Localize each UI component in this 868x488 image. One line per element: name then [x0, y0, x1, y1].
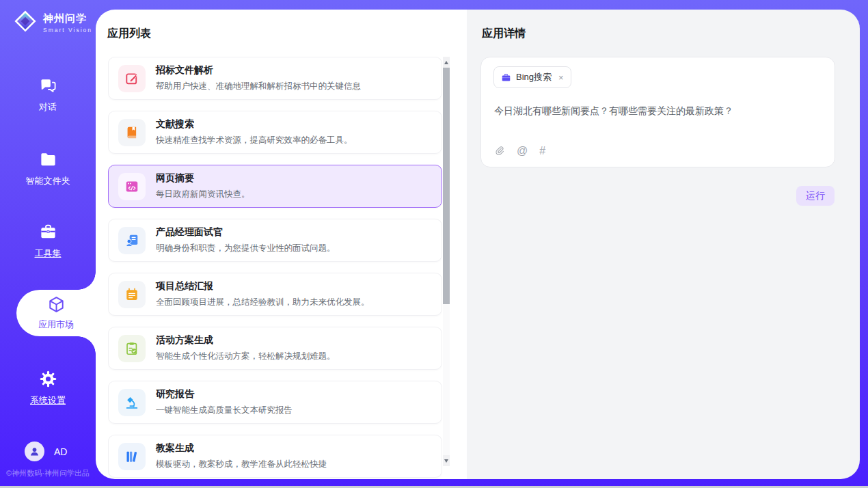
app-card-title: 产品经理面试官 [156, 226, 336, 239]
app-list-panel: 应用列表 招标文件解析 帮助用户快速、准确地理解和解析招标书中的关键信息 文献搜… [96, 10, 467, 479]
app-detail-panel: 应用详情 Bing搜索 × 今日湖北有哪些新闻要点？有哪些需要关注的最新政策？ … [467, 10, 860, 479]
prompt-text[interactable]: 今日湖北有哪些新闻要点？有哪些需要关注的最新政策？ [494, 104, 822, 118]
triangle-up-icon [444, 61, 448, 64]
run-button[interactable]: 运行 [796, 186, 835, 206]
sidebar-item-gear[interactable]: 系统设置 [0, 370, 96, 407]
scrollbar[interactable] [443, 57, 450, 466]
app-card[interactable]: 网页摘要 每日政府新闻资讯快查。 [108, 165, 442, 208]
app-title: 神州问学 [43, 12, 92, 25]
content-area: 应用列表 招标文件解析 帮助用户快速、准确地理解和解析招标书中的关键信息 文献搜… [96, 10, 860, 479]
gear-icon [39, 370, 57, 388]
cube-icon [47, 295, 66, 314]
app-card-desc: 一键智能生成高质量长文本研究报告 [156, 405, 293, 416]
chip-close-icon[interactable]: × [558, 73, 564, 82]
briefcase-icon [501, 72, 511, 83]
toolbox-icon [39, 223, 57, 241]
app-card-title: 活动方案生成 [156, 334, 336, 347]
microscope-icon [118, 389, 146, 416]
sidebar-item-cube[interactable]: 应用市场 [16, 290, 96, 336]
app-card-desc: 帮助用户快速、准确地理解和解析招标书中的关键信息 [156, 81, 361, 92]
app-card[interactable]: 招标文件解析 帮助用户快速、准确地理解和解析招标书中的关键信息 [108, 57, 442, 100]
pen-document-icon [118, 65, 146, 92]
folder-icon [39, 150, 57, 169]
app-card-title: 招标文件解析 [156, 64, 361, 77]
logo: 神州问学 Smart Vision [14, 10, 92, 36]
scroll-down-button[interactable] [443, 455, 450, 466]
calendar-report-icon [118, 281, 146, 308]
app-card[interactable]: 活动方案生成 智能生成个性化活动方案，轻松解决规划难题。 [108, 327, 442, 370]
sidebar-item-folder[interactable]: 智能文件夹 [0, 150, 96, 187]
app-card-title: 网页摘要 [156, 172, 250, 185]
chat-icon [39, 77, 57, 95]
app-card-title: 文献搜索 [156, 118, 353, 131]
sidebar-item-label: 工具集 [35, 247, 62, 260]
sidebar-item-label: 系统设置 [30, 394, 66, 407]
books-icon [118, 443, 146, 470]
web-code-icon [118, 173, 146, 200]
hash-icon[interactable]: # [539, 145, 545, 157]
app-list-title: 应用列表 [107, 27, 151, 41]
clipboard-check-icon [118, 335, 146, 362]
sidebar-item-label: 应用市场 [38, 318, 74, 331]
sidebar-item-label: 智能文件夹 [26, 175, 70, 187]
app-card-desc: 明确身份和职责，为您提供专业性的面试问题。 [156, 243, 336, 254]
scrollbar-thumb[interactable] [443, 68, 450, 304]
app-card-desc: 模板驱动，教案秒成，教学准备从此轻松快捷 [156, 459, 327, 470]
app-card-title: 教案生成 [156, 442, 327, 455]
sidebar-item-chat[interactable]: 对话 [0, 77, 96, 113]
logo-diamond-icon [14, 10, 37, 36]
app-card-title: 研究报告 [156, 388, 293, 401]
user-row[interactable]: AD [25, 442, 67, 461]
sidebar-item-label: 对话 [39, 101, 57, 113]
app-subtitle: Smart Vision [43, 27, 92, 33]
app-card-list: 招标文件解析 帮助用户快速、准确地理解和解析招标书中的关键信息 文献搜索 快速精… [108, 57, 442, 479]
app-card-desc: 每日政府新闻资讯快查。 [156, 189, 250, 200]
app-card-title: 项目总结汇报 [156, 280, 370, 293]
tool-chip-bing-search[interactable]: Bing搜索 × [493, 66, 571, 88]
app-card-desc: 快速精准查找学术资源，提高研究效率的必备工具。 [156, 135, 353, 146]
sidebar-item-toolbox[interactable]: 工具集 [0, 223, 96, 260]
tool-chip-label: Bing搜索 [516, 71, 552, 83]
book-icon [118, 119, 146, 146]
avatar[interactable] [25, 442, 44, 461]
user-name: AD [54, 446, 67, 457]
app-card[interactable]: 项目总结汇报 全面回顾项目进展，总结经验教训，助力未来优化发展。 [108, 273, 442, 316]
paperclip-icon[interactable] [494, 145, 505, 157]
scroll-up-button[interactable] [443, 57, 450, 68]
app-card[interactable]: 研究报告 一键智能生成高质量长文本研究报告 [108, 381, 442, 424]
app-card-desc: 全面回顾项目进展，总结经验教训，助力未来优化发展。 [156, 297, 370, 308]
interviewer-icon [118, 227, 146, 254]
sidebar: 神州问学 Smart Vision 对话 智能文件夹 工具集 应用市场 系统设置… [0, 0, 96, 488]
app-detail-title: 应用详情 [482, 27, 526, 41]
triangle-down-icon [444, 459, 448, 463]
app-card[interactable]: 产品经理面试官 明确身份和职责，为您提供专业性的面试问题。 [108, 219, 442, 262]
sidebar-footer: ©神州数码·神州问学出品 [0, 468, 96, 478]
at-icon[interactable]: @ [517, 145, 528, 157]
prompt-toolbar: @# [494, 145, 545, 157]
app-card-desc: 智能生成个性化活动方案，轻松解决规划难题。 [156, 351, 336, 362]
app-card[interactable]: 教案生成 模板驱动，教案秒成，教学准备从此轻松快捷 [108, 435, 442, 478]
person-icon [29, 446, 40, 457]
prompt-card[interactable]: Bing搜索 × 今日湖北有哪些新闻要点？有哪些需要关注的最新政策？ @# [480, 57, 835, 167]
app-card[interactable]: 文献搜索 快速精准查找学术资源，提高研究效率的必备工具。 [108, 111, 442, 154]
